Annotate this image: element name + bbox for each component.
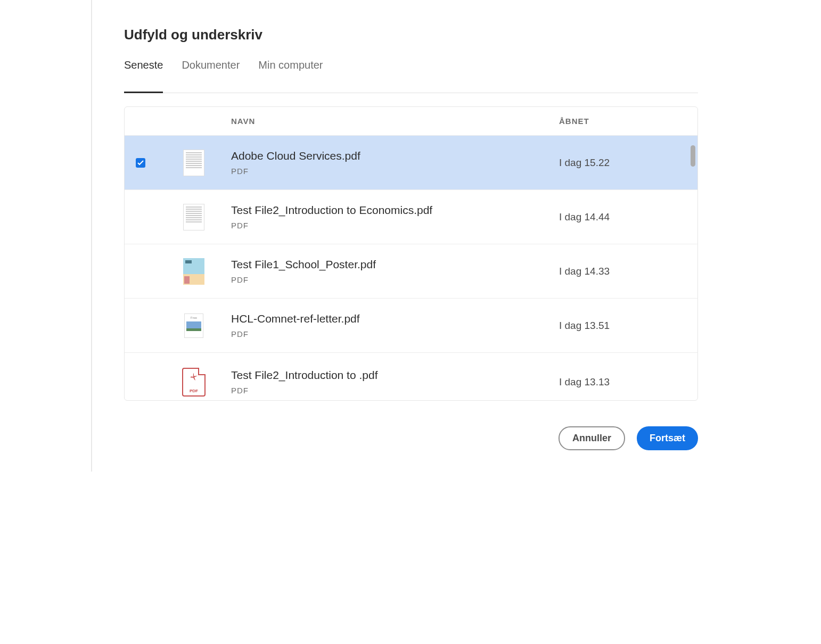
- file-row[interactable]: Test File1_School_Poster.pdf PDF I dag 1…: [125, 244, 697, 298]
- file-type: PDF: [231, 386, 559, 395]
- file-row[interactable]: PDF Test File2_Introduction to .pdf PDF …: [125, 352, 697, 400]
- file-name: Test File2_Introduction to Economics.pdf: [231, 204, 559, 217]
- file-type: PDF: [231, 167, 559, 176]
- cancel-button[interactable]: Annuller: [559, 426, 625, 450]
- row-checkbox[interactable]: [136, 158, 145, 168]
- tab-recent[interactable]: Seneste: [124, 59, 163, 93]
- file-thumbnail: PDF: [157, 368, 231, 397]
- file-row[interactable]: Free HCL-Comnet-ref-letter.pdf PDF I dag…: [125, 298, 697, 352]
- pdf-icon: PDF: [182, 368, 206, 397]
- file-type: PDF: [231, 275, 559, 284]
- file-opened: I dag 13.51: [559, 320, 697, 332]
- scrollbar-thumb[interactable]: [691, 145, 695, 167]
- source-tabs: Seneste Dokumenter Min computer: [124, 59, 698, 93]
- continue-button[interactable]: Fortsæt: [637, 426, 698, 450]
- file-row[interactable]: Test File2_Introduction to Economics.pdf…: [125, 189, 697, 244]
- dialog-footer: Annuller Fortsæt: [124, 426, 698, 450]
- fill-sign-dialog: Udfyld og underskriv Seneste Dokumenter …: [91, 0, 730, 472]
- file-opened: I dag 15.22: [559, 157, 697, 169]
- file-thumbnail: [157, 150, 231, 176]
- column-header-name[interactable]: NAVN: [231, 117, 559, 126]
- file-name: HCL-Comnet-ref-letter.pdf: [231, 312, 559, 325]
- file-row[interactable]: Adobe Cloud Services.pdf PDF I dag 15.22: [125, 135, 697, 189]
- tab-documents[interactable]: Dokumenter: [182, 59, 240, 93]
- column-header-opened[interactable]: ÅBNET: [559, 117, 697, 126]
- file-list: NAVN ÅBNET Adobe Cloud Services.pdf PDF …: [124, 106, 698, 401]
- file-type: PDF: [231, 329, 559, 338]
- file-opened: I dag 13.13: [559, 376, 697, 388]
- dialog-title: Udfyld og underskriv: [124, 27, 698, 43]
- file-name: Test File1_School_Poster.pdf: [231, 258, 559, 271]
- file-opened: I dag 14.44: [559, 211, 697, 223]
- file-name: Test File2_Introduction to .pdf: [231, 369, 559, 382]
- file-thumbnail: [157, 204, 231, 230]
- file-opened: I dag 14.33: [559, 266, 697, 277]
- file-thumbnail: [157, 258, 231, 285]
- file-name: Adobe Cloud Services.pdf: [231, 150, 559, 162]
- table-header: NAVN ÅBNET: [125, 107, 697, 135]
- file-type: PDF: [231, 221, 559, 230]
- tab-my-computer[interactable]: Min computer: [258, 59, 323, 93]
- file-thumbnail: Free: [157, 313, 231, 338]
